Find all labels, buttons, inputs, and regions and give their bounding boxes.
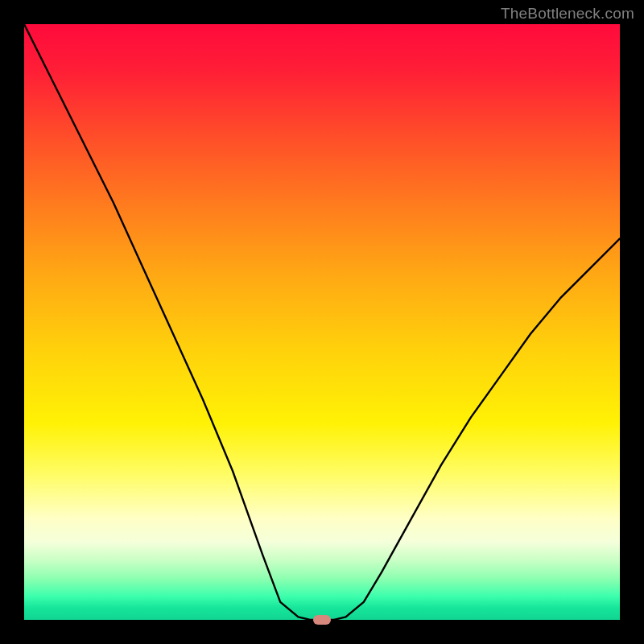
chart-stage: TheBottleneck.com — [0, 0, 644, 644]
bottleneck-curve — [24, 24, 620, 620]
optimal-marker — [313, 615, 331, 625]
watermark-text: TheBottleneck.com — [501, 5, 634, 23]
plot-area — [24, 24, 620, 620]
